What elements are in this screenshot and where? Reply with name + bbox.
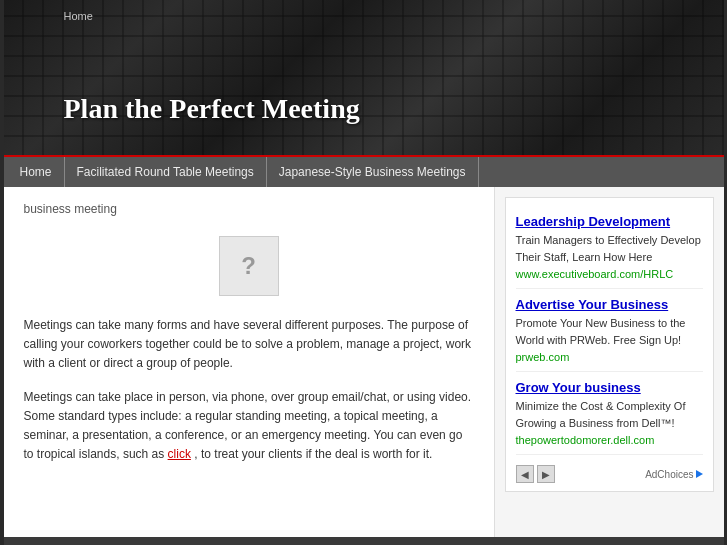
ad-box: Leadership Development Train Managers to…	[505, 197, 714, 492]
ad-title-2[interactable]: Advertise Your Business	[516, 297, 703, 312]
body-paragraph-1: Meetings can take many forms and have se…	[24, 316, 474, 374]
ad-url-1[interactable]: www.executiveboard.com/HRLC	[516, 268, 703, 280]
main-content: business meeting ? Meetings can take man…	[4, 187, 724, 537]
ad-title-3[interactable]: Grow Your business	[516, 380, 703, 395]
ad-url-3[interactable]: thepowertodomorer.dell.com	[516, 434, 703, 446]
page-title: Plan the Perfect Meeting	[64, 93, 360, 125]
ad-item-3: Grow Your business Minimize the Cost & C…	[516, 372, 703, 455]
left-content: business meeting ? Meetings can take man…	[4, 187, 494, 537]
ad-footer: ◀ ▶ AdChoices	[516, 459, 703, 483]
ad-description-3: Minimize the Cost & Complexity Of Growin…	[516, 398, 703, 431]
header-bg-pattern	[4, 0, 724, 155]
ad-description-2: Promote Your New Business to the World w…	[516, 315, 703, 348]
ad-choices[interactable]: AdChoices	[645, 469, 702, 480]
ad-next-button[interactable]: ▶	[537, 465, 555, 483]
ad-prev-button[interactable]: ◀	[516, 465, 534, 483]
nav-item-japanese-style[interactable]: Japanese-Style Business Meetings	[267, 157, 479, 187]
ad-choices-icon	[696, 470, 703, 478]
ad-title-1[interactable]: Leadership Development	[516, 214, 703, 229]
ad-description-1: Train Managers to Effectively Develop Th…	[516, 232, 703, 265]
ad-url-2[interactable]: prweb.com	[516, 351, 703, 363]
inline-link[interactable]: click	[168, 447, 191, 461]
ad-item-1: Leadership Development Train Managers to…	[516, 206, 703, 289]
nav-item-home[interactable]: Home	[14, 157, 65, 187]
ad-choices-label: AdChoices	[645, 469, 693, 480]
ad-item-2: Advertise Your Business Promote Your New…	[516, 289, 703, 372]
nav-item-round-table[interactable]: Facilitated Round Table Meetings	[65, 157, 267, 187]
body-paragraph-2-suffix: , to treat your clients if the deal is w…	[194, 447, 432, 461]
page-wrapper: Home Plan the Perfect Meeting Home Facil…	[4, 0, 724, 545]
header-area: Home Plan the Perfect Meeting	[4, 0, 724, 155]
ad-nav-buttons: ◀ ▶	[516, 465, 555, 483]
placeholder-icon: ?	[241, 252, 256, 280]
breadcrumb: Home	[64, 10, 93, 22]
body-paragraph-2: Meetings can take place in person, via p…	[24, 388, 474, 465]
bottom-bar	[4, 537, 724, 545]
right-sidebar: Leadership Development Train Managers to…	[494, 187, 724, 537]
image-caption: business meeting	[24, 202, 474, 216]
nav-bar: Home Facilitated Round Table Meetings Ja…	[4, 155, 724, 187]
image-placeholder: ?	[219, 236, 279, 296]
